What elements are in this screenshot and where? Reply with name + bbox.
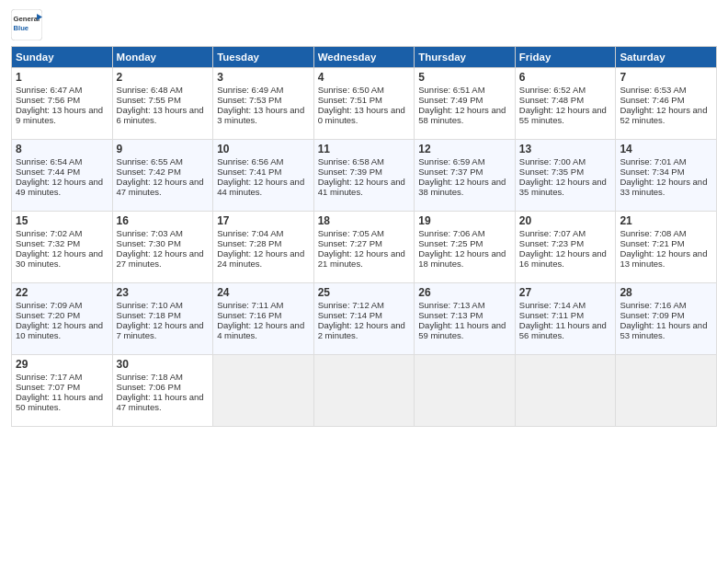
day-number: 10 [217, 143, 310, 155]
sunset: Sunset: 7:32 PM [16, 238, 80, 248]
daylight: Daylight: 13 hours and 3 minutes. [217, 105, 304, 125]
daylight: Daylight: 12 hours and 58 minutes. [418, 105, 506, 125]
sunrise: Sunrise: 6:49 AM [217, 85, 283, 95]
calendar-week-row: 1Sunrise: 6:47 AMSunset: 7:56 PMDaylight… [12, 68, 717, 140]
daylight: Daylight: 12 hours and 38 minutes. [418, 177, 506, 197]
sunrise: Sunrise: 6:47 AM [16, 85, 82, 95]
day-number: 22 [16, 286, 108, 299]
sunrise: Sunrise: 6:59 AM [418, 156, 484, 167]
sunrise: Sunrise: 6:53 AM [620, 85, 686, 95]
dow-header: Wednesday [313, 47, 415, 68]
calendar-cell: 12Sunrise: 6:59 AMSunset: 7:37 PMDayligh… [415, 140, 516, 212]
sunset: Sunset: 7:28 PM [217, 238, 281, 248]
daylight: Daylight: 12 hours and 33 minutes. [620, 177, 707, 197]
sunset: Sunset: 7:06 PM [117, 382, 181, 392]
calendar-cell [515, 355, 616, 427]
day-number: 14 [620, 143, 712, 155]
sunset: Sunset: 7:46 PM [620, 95, 684, 105]
day-number: 15 [16, 214, 108, 227]
day-number: 17 [217, 214, 310, 227]
day-number: 11 [318, 143, 411, 155]
sunset: Sunset: 7:09 PM [620, 310, 684, 320]
day-number: 30 [117, 358, 210, 371]
calendar-table: SundayMondayTuesdayWednesdayThursdayFrid… [11, 46, 717, 427]
day-number: 28 [620, 286, 712, 299]
sunset: Sunset: 7:55 PM [117, 95, 181, 105]
day-number: 12 [418, 143, 511, 155]
sunset: Sunset: 7:49 PM [418, 95, 483, 105]
calendar-cell: 17Sunrise: 7:04 AMSunset: 7:28 PMDayligh… [213, 212, 314, 283]
day-of-week-row: SundayMondayTuesdayWednesdayThursdayFrid… [12, 47, 717, 68]
daylight: Daylight: 11 hours and 50 minutes. [16, 392, 103, 412]
calendar-cell: 22Sunrise: 7:09 AMSunset: 7:20 PMDayligh… [12, 283, 113, 355]
calendar-cell: 20Sunrise: 7:07 AMSunset: 7:23 PMDayligh… [515, 212, 616, 283]
daylight: Daylight: 12 hours and 27 minutes. [117, 248, 204, 269]
day-number: 6 [519, 71, 612, 84]
calendar-cell: 25Sunrise: 7:12 AMSunset: 7:14 PMDayligh… [313, 283, 415, 355]
dow-header: Monday [112, 47, 213, 68]
sunrise: Sunrise: 7:16 AM [620, 300, 686, 310]
sunset: Sunset: 7:48 PM [519, 95, 584, 105]
calendar-cell: 18Sunrise: 7:05 AMSunset: 7:27 PMDayligh… [313, 212, 415, 283]
sunrise: Sunrise: 7:14 AM [519, 300, 586, 310]
header: General Blue [11, 9, 717, 40]
sunset: Sunset: 7:20 PM [16, 310, 80, 320]
sunset: Sunset: 7:16 PM [217, 310, 281, 320]
sunrise: Sunrise: 6:55 AM [117, 156, 183, 167]
day-number: 19 [418, 214, 511, 227]
calendar-cell: 14Sunrise: 7:01 AMSunset: 7:34 PMDayligh… [616, 140, 717, 212]
calendar-cell [213, 355, 314, 427]
sunset: Sunset: 7:30 PM [117, 238, 181, 248]
daylight: Daylight: 11 hours and 59 minutes. [418, 320, 506, 340]
sunset: Sunset: 7:35 PM [519, 167, 584, 177]
sunset: Sunset: 7:37 PM [418, 167, 483, 177]
sunset: Sunset: 7:07 PM [16, 382, 80, 392]
calendar-week-row: 15Sunrise: 7:02 AMSunset: 7:32 PMDayligh… [12, 212, 717, 283]
calendar-cell [415, 355, 516, 427]
day-number: 5 [418, 71, 511, 84]
sunrise: Sunrise: 7:02 AM [16, 228, 82, 238]
daylight: Daylight: 12 hours and 10 minutes. [16, 320, 103, 340]
daylight: Daylight: 11 hours and 47 minutes. [117, 392, 204, 412]
sunset: Sunset: 7:14 PM [318, 310, 382, 320]
calendar-cell: 21Sunrise: 7:08 AMSunset: 7:21 PMDayligh… [616, 212, 717, 283]
daylight: Daylight: 12 hours and 35 minutes. [519, 177, 607, 197]
sunset: Sunset: 7:25 PM [418, 238, 483, 248]
calendar-cell: 23Sunrise: 7:10 AMSunset: 7:18 PMDayligh… [112, 283, 213, 355]
sunset: Sunset: 7:44 PM [16, 167, 80, 177]
daylight: Daylight: 13 hours and 6 minutes. [117, 105, 204, 125]
calendar-cell: 15Sunrise: 7:02 AMSunset: 7:32 PMDayligh… [12, 212, 113, 283]
sunrise: Sunrise: 6:52 AM [519, 85, 586, 95]
sunset: Sunset: 7:34 PM [620, 167, 684, 177]
calendar-cell: 6Sunrise: 6:52 AMSunset: 7:48 PMDaylight… [515, 68, 616, 140]
sunrise: Sunrise: 7:00 AM [519, 156, 586, 167]
calendar-cell: 1Sunrise: 6:47 AMSunset: 7:56 PMDaylight… [12, 68, 113, 140]
calendar-week-row: 22Sunrise: 7:09 AMSunset: 7:20 PMDayligh… [12, 283, 717, 355]
day-number: 13 [519, 143, 612, 155]
daylight: Daylight: 12 hours and 41 minutes. [318, 177, 405, 197]
day-number: 1 [16, 71, 108, 84]
daylight: Daylight: 12 hours and 13 minutes. [620, 248, 707, 269]
daylight: Daylight: 12 hours and 21 minutes. [318, 248, 405, 269]
calendar-cell: 19Sunrise: 7:06 AMSunset: 7:25 PMDayligh… [415, 212, 516, 283]
sunrise: Sunrise: 7:07 AM [519, 228, 586, 238]
daylight: Daylight: 12 hours and 30 minutes. [16, 248, 103, 269]
sunrise: Sunrise: 7:01 AM [620, 156, 686, 167]
day-number: 16 [117, 214, 210, 227]
daylight: Daylight: 13 hours and 0 minutes. [318, 105, 405, 125]
dow-header: Thursday [415, 47, 516, 68]
svg-text:Blue: Blue [14, 24, 29, 32]
daylight: Daylight: 12 hours and 49 minutes. [16, 177, 103, 197]
calendar-cell: 11Sunrise: 6:58 AMSunset: 7:39 PMDayligh… [313, 140, 415, 212]
sunrise: Sunrise: 7:08 AM [620, 228, 686, 238]
calendar-week-row: 29Sunrise: 7:17 AMSunset: 7:07 PMDayligh… [12, 355, 717, 427]
calendar-cell: 13Sunrise: 7:00 AMSunset: 7:35 PMDayligh… [515, 140, 616, 212]
day-number: 24 [217, 286, 310, 299]
daylight: Daylight: 12 hours and 2 minutes. [318, 320, 405, 340]
sunset: Sunset: 7:41 PM [217, 167, 281, 177]
day-number: 2 [117, 71, 210, 84]
daylight: Daylight: 12 hours and 55 minutes. [519, 105, 607, 125]
sunrise: Sunrise: 7:04 AM [217, 228, 283, 238]
calendar-cell: 26Sunrise: 7:13 AMSunset: 7:13 PMDayligh… [415, 283, 516, 355]
sunrise: Sunrise: 6:58 AM [318, 156, 384, 167]
